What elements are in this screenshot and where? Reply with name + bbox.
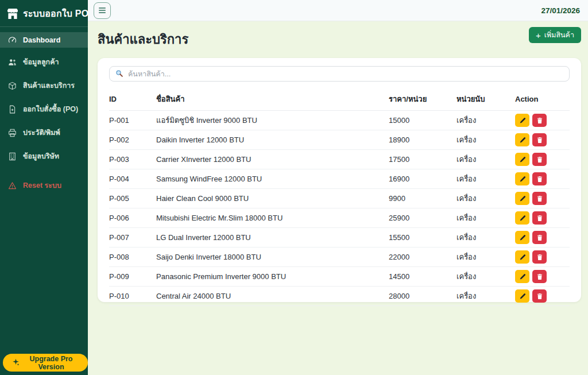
product-unit: เครื่อง	[457, 287, 515, 306]
plus-icon: +	[536, 31, 541, 40]
header-action: Action	[515, 88, 570, 111]
sidebar-item-customers[interactable]: ข้อมูลลูกค้า	[0, 53, 88, 71]
edit-button[interactable]	[515, 133, 529, 146]
edit-button[interactable]	[515, 153, 529, 166]
product-unit: เครื่อง	[457, 208, 515, 228]
product-id: P-010	[109, 287, 156, 306]
sidebar-item-company[interactable]: ข้อมูลบริษัท	[0, 147, 88, 165]
pencil-icon	[519, 156, 526, 163]
edit-button[interactable]	[515, 192, 529, 205]
table-row: P-001แอร์มิตซูบิชิ Inverter 9000 BTU1500…	[109, 111, 570, 130]
pencil-icon	[519, 176, 526, 183]
main-content: สินค้าและบริการ + เพิ่มสินค้า ID ช	[88, 21, 588, 375]
table-row: P-009Panasonic Premium Inverter 9000 BTU…	[109, 267, 570, 287]
add-product-button[interactable]: + เพิ่มสินค้า	[529, 27, 581, 43]
edit-button[interactable]	[515, 211, 529, 225]
delete-button[interactable]	[532, 133, 547, 146]
delete-button[interactable]	[532, 211, 547, 225]
action-buttons	[515, 133, 567, 146]
product-unit: เครื่อง	[457, 130, 515, 150]
trash-icon	[536, 137, 543, 144]
edit-button[interactable]	[515, 172, 529, 185]
trash-icon	[536, 254, 543, 261]
edit-button[interactable]	[515, 289, 529, 303]
product-id: P-001	[109, 111, 156, 130]
pencil-icon	[519, 273, 526, 280]
product-name: Samsung WindFree 12000 BTU	[156, 169, 389, 189]
edit-button[interactable]	[515, 270, 529, 283]
sidebar-item-label: ข้อมูลลูกค้า	[23, 56, 59, 68]
upgrade-pro-label: Upgrade Pro Version	[24, 355, 79, 371]
current-date: 27/01/2026	[541, 6, 580, 15]
edit-button[interactable]	[515, 250, 529, 264]
trash-icon	[536, 293, 543, 300]
sidebar-item-label: สินค้าและบริการ	[23, 80, 75, 91]
sparkle-icon	[12, 358, 20, 368]
sidebar-item-dashboard[interactable]: Dashboard	[0, 32, 88, 48]
delete-button[interactable]	[532, 270, 547, 283]
product-unit: เครื่อง	[457, 150, 515, 169]
trash-icon	[536, 176, 543, 183]
table-header-row: ID ชื่อสินค้า ราคา/หน่วย หน่วยนับ Action	[109, 88, 570, 111]
product-unit: เครื่อง	[457, 267, 515, 287]
delete-button[interactable]	[532, 289, 547, 303]
edit-button[interactable]	[515, 231, 529, 244]
delete-button[interactable]	[532, 114, 547, 127]
table-row: P-008Saijo Denki Inverter 18000 BTU22000…	[109, 248, 570, 267]
box-icon	[8, 82, 17, 90]
table-body: P-001แอร์มิตซูบิชิ Inverter 9000 BTU1500…	[109, 111, 570, 306]
product-unit: เครื่อง	[457, 248, 515, 267]
delete-button[interactable]	[532, 172, 547, 185]
page-title: สินค้าและบริการ	[98, 27, 188, 49]
pencil-icon	[519, 234, 526, 241]
products-card: ID ชื่อสินค้า ราคา/หน่วย หน่วยนับ Action…	[98, 58, 581, 302]
pencil-icon	[519, 137, 526, 144]
products-table: ID ชื่อสินค้า ราคา/หน่วย หน่วยนับ Action…	[109, 88, 570, 306]
search-bar	[109, 66, 570, 82]
trash-icon	[536, 215, 543, 222]
product-price: 14500	[389, 267, 457, 287]
sidebar-item-label: Dashboard	[23, 36, 60, 44]
edit-button[interactable]	[515, 114, 529, 127]
trash-icon	[536, 234, 543, 241]
product-price: 15500	[389, 228, 457, 248]
trash-icon	[536, 156, 543, 163]
warning-icon	[8, 181, 17, 190]
add-product-label: เพิ่มสินค้า	[544, 29, 574, 41]
sidebar-item-history-print[interactable]: ประวัติ/พิมพ์	[0, 123, 88, 142]
sidebar-item-label: ออกใบสั่งซื้อ (PO)	[23, 103, 78, 115]
sidebar-item-label: ข้อมูลบริษัท	[23, 150, 59, 162]
table-row: P-002Daikin Inverter 12000 BTU18900เครื่…	[109, 130, 570, 150]
sidebar: ระบบออกใบ PO Dashboardข้อมูลลูกค้าสินค้า…	[0, 0, 88, 375]
delete-button[interactable]	[532, 231, 547, 244]
sidebar-item-products[interactable]: สินค้าและบริการ	[0, 76, 88, 95]
topbar: 27/01/2026	[88, 0, 588, 21]
upgrade-pro-button[interactable]: Upgrade Pro Version	[3, 354, 88, 372]
delete-button[interactable]	[532, 192, 547, 205]
building-icon	[8, 152, 17, 161]
printer-icon	[8, 129, 17, 137]
product-name: Panasonic Premium Inverter 9000 BTU	[156, 267, 389, 287]
action-buttons	[515, 153, 567, 166]
pencil-icon	[519, 254, 526, 261]
sidebar-item-po[interactable]: ออกใบสั่งซื้อ (PO)	[0, 100, 88, 118]
product-id: P-007	[109, 228, 156, 248]
delete-button[interactable]	[532, 250, 547, 264]
product-name: Central Air 24000 BTU	[156, 287, 389, 306]
sidebar-toggle-button[interactable]	[94, 2, 111, 19]
sidebar-item-reset[interactable]: Reset ระบบ	[0, 176, 88, 195]
search-input[interactable]	[109, 66, 570, 82]
table-row: P-006Mitsubishi Electric Mr.Slim 18000 B…	[109, 208, 570, 228]
header-id: ID	[109, 88, 156, 111]
trash-icon	[536, 273, 543, 280]
product-price: 25900	[389, 208, 457, 228]
product-price: 18900	[389, 130, 457, 150]
product-id: P-003	[109, 150, 156, 169]
action-buttons	[515, 270, 567, 283]
delete-button[interactable]	[532, 153, 547, 166]
action-buttons	[515, 114, 567, 127]
product-price: 16900	[389, 169, 457, 189]
people-icon	[8, 58, 17, 67]
file-plus-icon	[8, 105, 17, 114]
pencil-icon	[519, 215, 526, 222]
